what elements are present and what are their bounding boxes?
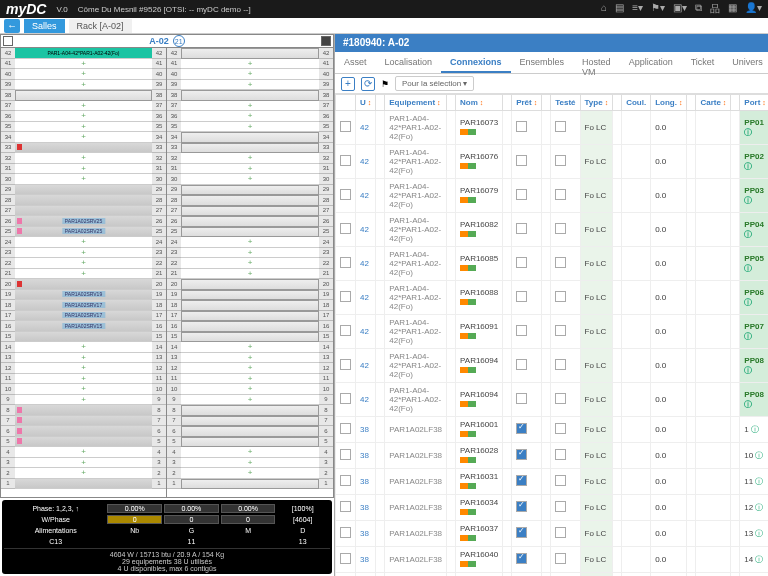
rack-slot-5[interactable] <box>15 437 152 448</box>
back-button[interactable]: ← <box>4 19 20 33</box>
rack-slot-30[interactable] <box>181 174 319 185</box>
u-cell[interactable]: 38 <box>356 521 376 547</box>
network-icon[interactable]: 品 <box>710 2 720 16</box>
pret-checkbox[interactable] <box>516 501 527 512</box>
table-row[interactable]: 38PAR1A02LF38PAR16037Fo LC0.013 ⓘ <box>336 521 769 547</box>
teste-checkbox[interactable] <box>555 325 566 336</box>
rack-slot-23[interactable] <box>15 248 152 259</box>
rack-slot-31[interactable] <box>15 164 152 175</box>
row-checkbox[interactable] <box>340 527 351 538</box>
add-button[interactable]: + <box>341 77 355 91</box>
col-header[interactable]: Long.↕ <box>651 95 687 111</box>
teste-checkbox[interactable] <box>555 223 566 234</box>
rack-slot-32[interactable] <box>181 153 319 164</box>
rack-slot-42[interactable] <box>181 48 319 59</box>
rack-slot-7[interactable] <box>181 416 319 427</box>
col-header[interactable]: Type↕ <box>580 95 613 111</box>
rack-slot-35[interactable] <box>181 122 319 133</box>
rack-slot-33[interactable] <box>181 143 319 154</box>
rack-slot-35[interactable] <box>15 122 152 133</box>
rack-slot-8[interactable] <box>15 405 152 416</box>
rack-slot-25[interactable]: PAR1A02SRV25 <box>15 227 152 238</box>
rack-slot-2[interactable] <box>181 468 319 479</box>
rack-slot-1[interactable] <box>15 479 152 490</box>
rack-slot-40[interactable] <box>181 69 319 80</box>
rack-slot-39[interactable] <box>181 80 319 91</box>
rack-slot-21[interactable] <box>15 269 152 280</box>
refresh-button[interactable]: ⟳ <box>361 77 375 91</box>
col-header[interactable]: U↕ <box>356 95 376 111</box>
pret-checkbox[interactable] <box>516 121 527 132</box>
table-row[interactable]: 38PAR1A02LF38PAR16028Fo LC0.010 ⓘ <box>336 443 769 469</box>
col-header[interactable] <box>542 95 551 111</box>
pret-checkbox[interactable] <box>516 359 527 370</box>
tab-application[interactable]: Application <box>620 52 682 73</box>
pret-checkbox[interactable] <box>516 423 527 434</box>
col-header[interactable] <box>687 95 696 111</box>
x-icon[interactable]: ▦ <box>728 2 737 16</box>
rack-slot-14[interactable] <box>15 342 152 353</box>
u-cell[interactable]: 42 <box>356 213 376 247</box>
u-cell[interactable]: 42 <box>356 315 376 349</box>
teste-checkbox[interactable] <box>555 553 566 564</box>
col-header[interactable] <box>336 95 356 111</box>
rack-slot-39[interactable] <box>15 80 152 91</box>
tab-localisation[interactable]: Localisation <box>376 52 442 73</box>
u-cell[interactable]: 38 <box>356 573 376 577</box>
pret-checkbox[interactable] <box>516 189 527 200</box>
rack-slot-37[interactable] <box>181 101 319 112</box>
tab-ensembles[interactable]: Ensembles <box>511 52 574 73</box>
u-cell[interactable]: 42 <box>356 179 376 213</box>
rack-slot-9[interactable] <box>15 395 152 406</box>
u-cell[interactable]: 42 <box>356 145 376 179</box>
col-header[interactable]: Carte↕ <box>696 95 731 111</box>
rack-slot-6[interactable] <box>181 426 319 437</box>
col-header[interactable] <box>447 95 456 111</box>
rack-slot-1[interactable] <box>181 479 319 490</box>
u-cell[interactable]: 42 <box>356 281 376 315</box>
rack-slot-24[interactable] <box>181 237 319 248</box>
rack-slot-41[interactable] <box>15 59 152 70</box>
u-cell[interactable]: 38 <box>356 469 376 495</box>
rack-slot-28[interactable] <box>15 195 152 206</box>
row-checkbox[interactable] <box>340 223 351 234</box>
rack-slot-10[interactable] <box>15 384 152 395</box>
rack-slot-2[interactable] <box>15 468 152 479</box>
table-row[interactable]: 42PAR1-A04-42*PAR1-A02-42(Fo)PAR16091Fo … <box>336 315 769 349</box>
rack-slot-18[interactable]: PAR1A02SRV17 <box>15 300 152 311</box>
rack-slot-27[interactable] <box>181 206 319 217</box>
pret-checkbox[interactable] <box>516 393 527 404</box>
rack-slot-25[interactable] <box>181 227 319 238</box>
rack-slot-34[interactable] <box>181 132 319 143</box>
col-header[interactable] <box>503 95 512 111</box>
rack-front-toggle[interactable] <box>3 36 13 46</box>
tab-ticket[interactable]: Ticket <box>682 52 724 73</box>
rack-slot-34[interactable] <box>15 132 152 143</box>
row-checkbox[interactable] <box>340 393 351 404</box>
col-header[interactable]: Prêt↕ <box>512 95 542 111</box>
rack-slot-13[interactable] <box>15 353 152 364</box>
home-icon[interactable]: ⌂ <box>601 2 607 16</box>
row-checkbox[interactable] <box>340 553 351 564</box>
rack-slot-8[interactable] <box>181 405 319 416</box>
col-header[interactable] <box>376 95 385 111</box>
rack-slot-31[interactable] <box>181 164 319 175</box>
table-row[interactable]: 42PAR1-A04-42*PAR1-A02-42(Fo)PAR16088Fo … <box>336 281 769 315</box>
rack-slot-30[interactable] <box>15 174 152 185</box>
rack-slot-42[interactable]: PAR1-A04-42*PAR1-A02-42(Fo) <box>15 48 152 59</box>
rack-slot-4[interactable] <box>15 447 152 458</box>
teste-checkbox[interactable] <box>555 423 566 434</box>
rack-slot-28[interactable] <box>181 195 319 206</box>
col-header[interactable] <box>731 95 740 111</box>
flag-icon[interactable]: ⚑ <box>381 79 389 89</box>
table-row[interactable]: 42PAR1-A04-42*PAR1-A02-42(Fo)PAR16085Fo … <box>336 247 769 281</box>
rack-slot-27[interactable] <box>15 206 152 217</box>
rack-slot-9[interactable] <box>181 395 319 406</box>
table-row[interactable]: 38PAR1A02LF38PAR16043Fo LC0.015 ⓘ <box>336 573 769 577</box>
rack-slot-19[interactable]: PAR1A02SRV19 <box>15 290 152 301</box>
u-cell[interactable]: 38 <box>356 495 376 521</box>
row-checkbox[interactable] <box>340 501 351 512</box>
u-cell[interactable]: 42 <box>356 111 376 145</box>
col-header[interactable] <box>613 95 622 111</box>
rack-slot-36[interactable] <box>15 111 152 122</box>
